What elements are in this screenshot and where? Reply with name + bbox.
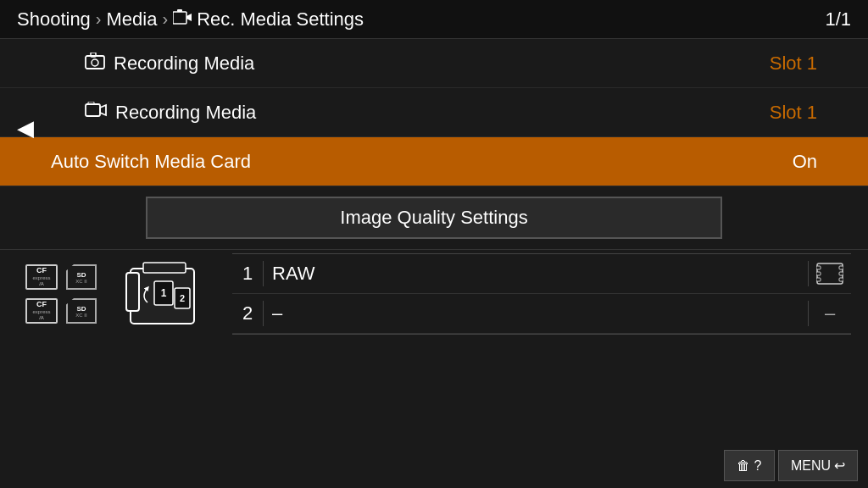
breadcrumb: Shooting › Media › Rec. Media Settings — [17, 8, 825, 30]
video-recording-media-value: Slot 1 — [770, 102, 817, 124]
auto-switch-media-value: On — [793, 151, 817, 173]
slot-table: 1 RAW — [232, 253, 851, 335]
video-camera-icon — [85, 102, 107, 124]
slot-table-row-1: 1 RAW — [232, 254, 851, 294]
still-recording-media-label: Recording Media — [85, 53, 770, 75]
svg-rect-1 — [177, 9, 182, 12]
auto-switch-media-row[interactable]: Auto Switch Media Card On — [0, 137, 868, 186]
cfexpress-icon-slot1: CF express /A — [25, 264, 58, 290]
menu-label: MENU — [791, 458, 831, 474]
rec-media-icon — [173, 9, 192, 29]
svg-rect-19 — [816, 272, 821, 275]
slot1-card-icons: CF express /A SD XC II — [25, 264, 97, 290]
svg-rect-23 — [839, 278, 843, 281]
card-type-icons: CF express /A SD XC II CF express /A — [17, 253, 105, 335]
svg-rect-0 — [173, 12, 186, 24]
slot-2-format: – — [264, 302, 808, 324]
question-label: ? — [754, 458, 761, 474]
breadcrumb-shooting: Shooting — [17, 8, 91, 30]
sdxc-icon-slot1: SD XC II — [66, 264, 97, 290]
slot-2-mode-icon: – — [809, 302, 851, 324]
delete-icon: 🗑 — [737, 458, 750, 474]
delete-button[interactable]: 🗑 ? — [724, 450, 775, 481]
slot-table-row-2: 2 – – — [232, 294, 851, 334]
cfexpress-icon-slot2: CF express /A — [25, 298, 58, 324]
auto-switch-media-label: Auto Switch Media Card — [51, 151, 793, 173]
camera-diagram: 1 2 — [114, 253, 215, 335]
svg-marker-8 — [100, 105, 106, 115]
sdxc-icon-slot2: SD XC II — [66, 298, 97, 324]
slot-1-mode-icon — [809, 263, 851, 285]
iq-button-row: Image Quality Settings — [0, 186, 868, 250]
video-recording-media-row[interactable]: Recording Media Slot 1 — [0, 88, 868, 137]
page-counter: 1/1 — [825, 8, 851, 30]
header: Shooting › Media › Rec. Media Settings 1… — [0, 0, 868, 39]
still-recording-media-row[interactable]: Recording Media Slot 1 — [0, 39, 868, 88]
svg-rect-18 — [816, 266, 821, 269]
breadcrumb-media: Media — [107, 8, 158, 30]
svg-text:2: 2 — [180, 293, 185, 303]
video-recording-media-label: Recording Media — [85, 102, 770, 124]
svg-rect-4 — [91, 53, 96, 57]
slot2-card-icons: CF express /A SD XC II — [25, 298, 97, 324]
still-recording-media-value: Slot 1 — [770, 53, 817, 75]
svg-point-5 — [92, 59, 98, 66]
back-icon: ↩ — [834, 458, 845, 474]
breadcrumb-rec-media-settings: Rec. Media Settings — [197, 8, 364, 30]
slot-1-format: RAW — [264, 263, 808, 285]
breadcrumb-sep2: › — [162, 9, 168, 29]
svg-rect-10 — [126, 273, 139, 311]
slot-2-number: 2 — [232, 302, 263, 324]
back-arrow-icon[interactable]: ◀ — [17, 115, 34, 141]
bottom-info-section: CF express /A SD XC II CF express /A — [0, 253, 868, 335]
svg-rect-7 — [88, 102, 94, 104]
svg-rect-11 — [143, 263, 186, 273]
menu-button[interactable]: MENU ↩ — [778, 450, 858, 481]
bottom-toolbar: 🗑 ? MENU ↩ — [714, 443, 868, 488]
breadcrumb-sep1: › — [96, 9, 102, 29]
svg-text:1: 1 — [161, 287, 167, 299]
menu-section: ◀ Recording Media Slot 1 — [0, 39, 868, 335]
slot-1-number: 1 — [232, 263, 263, 285]
svg-rect-21 — [839, 266, 843, 269]
svg-rect-20 — [816, 278, 821, 281]
svg-rect-6 — [86, 104, 100, 116]
svg-rect-22 — [839, 272, 843, 275]
image-quality-settings-button[interactable]: Image Quality Settings — [146, 197, 722, 239]
still-camera-icon — [85, 53, 105, 75]
svg-marker-2 — [186, 14, 192, 21]
